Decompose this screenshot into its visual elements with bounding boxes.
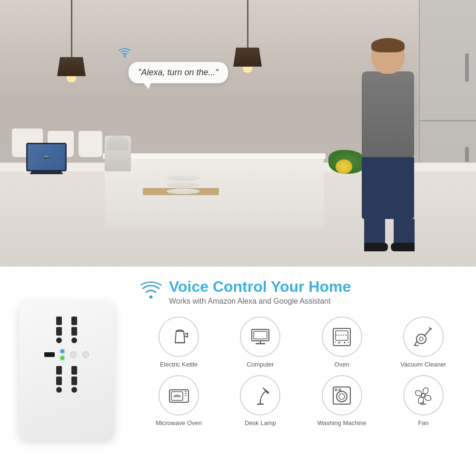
main-title: Voice Control Your Home	[169, 278, 462, 295]
appliance-label-washing-machine: Washing Machine	[317, 419, 367, 426]
appliance-circle-oven	[322, 317, 362, 357]
smart-outlet-device	[19, 302, 114, 440]
svg-point-16	[416, 334, 426, 344]
device-button[interactable]	[70, 351, 77, 358]
pot-3	[79, 131, 102, 157]
appliance-circle-computer	[240, 317, 280, 357]
usb-port	[44, 352, 55, 357]
led-green	[60, 356, 64, 360]
appliance-item-vacuum: Vacuum Cleaner	[385, 317, 462, 368]
appliance-grid: Electric Kettle Computer	[140, 317, 462, 426]
pendant-light-left	[57, 0, 86, 82]
svg-point-26	[337, 391, 347, 402]
plates	[167, 175, 200, 195]
svg-point-28	[335, 389, 337, 391]
appliance-item-electric-kettle: Electric Kettle	[140, 317, 217, 368]
svg-point-1	[149, 296, 153, 299]
appliance-circle-fan	[403, 375, 444, 416]
outlet-image-container	[0, 267, 133, 476]
appliance-item-fan: Fan	[385, 375, 462, 426]
appliance-item-washing-machine: Washing Machine	[304, 375, 380, 426]
sub-title: Works with Amazon Alexa and Google Assis…	[169, 297, 462, 306]
appliance-label-vacuum: Vacuum Cleaner	[400, 361, 446, 368]
echo-show-device: 📷	[26, 143, 67, 174]
appliance-item-computer: Computer	[222, 317, 298, 368]
product-section: Voice Control Your Home Works with Amazo…	[0, 267, 476, 476]
appliance-label-kettle: Electric Kettle	[160, 361, 198, 368]
svg-point-13	[338, 342, 340, 343]
speech-bubble: "Alexa, turn on the..."	[129, 62, 228, 83]
pendant-light-right	[233, 0, 262, 73]
title-area: Voice Control Your Home Works with Amazo…	[140, 278, 462, 306]
appliance-item-microwave: Microwave Oven	[140, 375, 217, 426]
appliance-circle-desk-lamp	[240, 375, 280, 416]
title-text-block: Voice Control Your Home Works with Amazo…	[169, 278, 462, 306]
appliance-label-desk-lamp: Desk Lamp	[245, 419, 276, 426]
led-blue	[60, 349, 64, 353]
svg-point-29	[339, 389, 341, 391]
appliance-circle-washing-machine	[322, 375, 362, 416]
svg-point-0	[124, 56, 126, 58]
svg-point-27	[339, 394, 345, 399]
appliance-circle-vacuum	[403, 317, 444, 357]
svg-rect-8	[336, 331, 348, 340]
top-outlet-slots	[56, 317, 77, 343]
appliance-label-fan: Fan	[418, 419, 428, 426]
appliance-item-oven: Oven	[304, 317, 380, 368]
alexa-speaker	[105, 136, 131, 171]
wifi-signal-large-icon	[140, 281, 162, 303]
svg-rect-6	[254, 331, 267, 339]
appliance-circle-kettle	[159, 317, 199, 357]
appliance-item-desk-lamp: Desk Lamp	[222, 375, 298, 426]
bottom-outlet-slots	[56, 366, 77, 393]
appliance-label-microwave: Microwave Oven	[156, 419, 202, 426]
appliance-label-computer: Computer	[247, 361, 274, 368]
svg-point-17	[419, 337, 423, 341]
appliance-circle-microwave	[159, 375, 199, 416]
device-button-2[interactable]	[82, 351, 89, 358]
right-content-area: Voice Control Your Home Works with Amazo…	[133, 267, 476, 476]
usb-and-led-area	[44, 349, 89, 360]
svg-rect-19	[171, 392, 183, 400]
photo-section: 📷 "Alexa, turn on the..."	[0, 0, 476, 267]
svg-point-14	[344, 342, 346, 343]
person-figure	[347, 38, 428, 238]
wifi-animation-icon	[118, 48, 131, 61]
appliance-label-oven: Oven	[335, 361, 349, 368]
